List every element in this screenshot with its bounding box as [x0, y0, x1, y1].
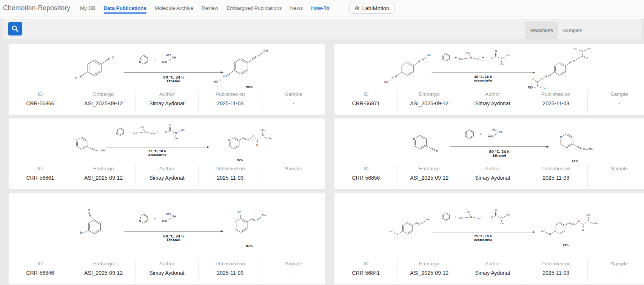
meta-col-author: Author Simay Aydonat [461, 164, 524, 187]
svg-text:+: + [479, 132, 482, 136]
svg-text:N: N [145, 131, 146, 134]
svg-text:25 °C, 18 h: 25 °C, 18 h [474, 75, 492, 79]
embargo-value: ASI_2025-09-12 [410, 100, 448, 106]
svg-text:HCl: HCl [166, 213, 171, 216]
svg-text:OH: OH [172, 56, 176, 59]
meta-col-id: ID CRR-56866 [9, 90, 72, 112]
reaction-scheme-area: NOHNHON+H₃CNH₃CCH₃+ClONCH₃CH₃25 °C, 18 h… [334, 44, 644, 90]
published-value: 2025-11-03 [543, 175, 570, 181]
sample-link[interactable]: - [618, 100, 620, 106]
embargo-header: Embargo [93, 166, 114, 171]
meta-col-published: Published on 2025-11-03 [198, 164, 262, 187]
svg-text:Cl: Cl [165, 131, 167, 134]
nav-item-embargoed-publications[interactable]: Embargoed Publications [226, 5, 282, 11]
author-value: Simay Aydonat [149, 100, 184, 106]
meta-col-id: ID CRR-56871 [334, 90, 397, 112]
svg-text:25 °C, 18 h: 25 °C, 18 h [474, 234, 492, 238]
svg-text:O: O [582, 228, 584, 231]
svg-text:+: + [482, 56, 484, 59]
search-button[interactable] [8, 22, 22, 35]
meta-col-sample: Sample - [587, 259, 644, 282]
id-value: CRR-56856 [352, 175, 380, 181]
publication-card[interactable]: OH₃CNOHN+H₃CNH₃CCH₃+ClONCH₃CH₃25 °C, 18 … [334, 193, 644, 285]
publication-card[interactable]: NON+HClH₂NOH80 °C, 24 hEthanolNNOH87% ID… [334, 118, 644, 189]
svg-text:OH: OH [262, 214, 266, 217]
id-header: ID [364, 166, 369, 171]
svg-text:O: O [541, 78, 542, 80]
sample-link[interactable]: - [293, 270, 294, 276]
svg-text:N: N [560, 136, 562, 139]
embargo-header: Embargo [419, 91, 440, 97]
embargo-value: ASI_2025-09-12 [84, 270, 123, 276]
svg-text:+: + [129, 130, 131, 134]
embargo-value: ASI_2025-09-12 [410, 175, 448, 181]
svg-text:H₃C: H₃C [459, 57, 463, 60]
embargo-value: ASI_2025-09-12 [410, 270, 448, 276]
author-value: Simay Aydonat [475, 270, 510, 276]
svg-text:N: N [422, 58, 424, 61]
meta-col-sample: Sample - [587, 164, 644, 187]
svg-text:80 °C, 24 h: 80 °C, 24 h [163, 75, 183, 79]
reaction-scheme-area: NNOHN+H₃CNH₃CCH₃+ClONCH₃CH₃25 °C, 18 hAc… [9, 119, 325, 164]
author-header: Author [159, 166, 174, 171]
labimotion-button[interactable]: ⊛ LabIMotion [349, 3, 395, 14]
tab-reactions[interactable]: Reactions [525, 22, 558, 39]
tab-samples[interactable]: Samples [558, 22, 586, 39]
svg-text:OH: OH [498, 130, 502, 134]
svg-text:+: + [454, 56, 457, 59]
sample-header: Sample [611, 91, 628, 97]
svg-text:O: O [88, 208, 90, 212]
publication-card[interactable]: BrON+HClH₂NOH80 °C, 24 hEthanolBrNOH87% … [8, 193, 325, 285]
svg-text:87%: 87% [246, 244, 253, 248]
publication-meta-row: ID CRR-56856 Embargo ASI_2025-09-12 Auth… [334, 164, 644, 187]
sample-link[interactable]: - [293, 175, 294, 181]
app-brand[interactable]: Chemotion-Repository [3, 4, 70, 12]
nav-item-news[interactable]: News [290, 5, 303, 11]
nav-item-molecule-archive[interactable]: Molecule Archive [155, 5, 193, 11]
meta-col-sample: Sample - [587, 90, 644, 112]
publication-meta-row: ID CRR-56866 Embargo ASI_2025-09-12 Auth… [9, 90, 325, 112]
embargo-value: ASI_2025-09-12 [84, 175, 123, 181]
svg-text:H₂N: H₂N [488, 135, 493, 138]
sample-link[interactable]: - [618, 175, 620, 181]
sample-header: Sample [285, 91, 302, 97]
svg-text:N: N [75, 139, 77, 142]
author-header: Author [485, 261, 500, 267]
publication-card[interactable]: OON+HClH₂NOH80 °C, 24 hEthanolNOHNHO98% … [8, 44, 325, 115]
id-value: CRR-56871 [352, 100, 380, 106]
id-header: ID [38, 261, 43, 267]
svg-text:Br: Br [238, 210, 241, 214]
svg-text:N: N [228, 139, 230, 142]
sample-link[interactable]: - [293, 100, 294, 106]
svg-text:O: O [169, 124, 171, 127]
embargo-header: Embargo [419, 166, 440, 171]
nav-item-data-publications[interactable]: Data Publications [104, 5, 146, 11]
svg-text:N: N [470, 216, 472, 219]
svg-text:CH₃: CH₃ [180, 128, 185, 131]
publication-card[interactable]: NNOHN+H₃CNH₃CCH₃+ClONCH₃CH₃25 °C, 18 hAc… [8, 118, 325, 189]
cards-grid: OON+HClH₂NOH80 °C, 24 hEthanolNOHNHO98% … [8, 44, 644, 285]
top-navbar: Chemotion-Repository My DB Data Publicat… [0, 0, 644, 17]
nav-item-how-to[interactable]: How-To [311, 5, 329, 11]
svg-text:N: N [421, 222, 422, 225]
meta-col-embargo: Embargo ASI_2025-09-12 [72, 90, 135, 112]
meta-col-id: ID CRR-56861 [9, 164, 72, 187]
svg-text:O: O [549, 233, 551, 236]
svg-text:N: N [247, 138, 249, 141]
sample-link[interactable]: - [618, 270, 620, 276]
published-header: Published on [541, 261, 571, 267]
meta-col-published: Published on 2025-11-03 [198, 90, 262, 112]
svg-text:OH: OH [589, 148, 593, 151]
published-value: 2025-11-03 [543, 270, 570, 276]
author-value: Simay Aydonat [475, 175, 510, 181]
author-value: Simay Aydonat [149, 270, 184, 276]
publication-card[interactable]: NOHNHON+H₃CNH₃CCH₃+ClONCH₃CH₃25 °C, 18 h… [334, 44, 644, 115]
svg-text:HO: HO [214, 80, 219, 83]
meta-col-sample: Sample - [262, 164, 325, 187]
nav-item-review[interactable]: Review [202, 5, 218, 11]
nav-item-my-db[interactable]: My DB [80, 5, 96, 11]
svg-text:CH₃: CH₃ [506, 213, 511, 216]
id-value: CRR-56846 [26, 270, 54, 276]
published-value: 2025-11-03 [217, 100, 244, 106]
id-value: CRR-56861 [26, 175, 54, 181]
